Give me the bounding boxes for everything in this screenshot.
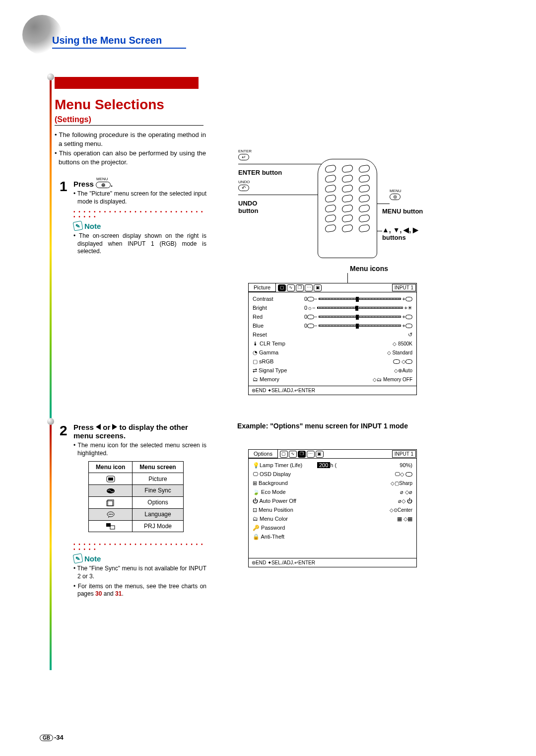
osd-footer: ⊜END ✦SEL./ADJ.↵ENTER	[249, 558, 416, 567]
svg-rect-1	[108, 478, 113, 481]
picture-tab-icon: ▢	[280, 451, 288, 458]
picture-tab-icon: ▢	[278, 284, 286, 291]
menu-key-icon: ⊜	[390, 194, 401, 200]
page-ref: 31	[115, 590, 122, 597]
main-title: Menu Selections	[55, 97, 164, 113]
note-bullet: The on-screen display shown on the right…	[73, 232, 206, 256]
svg-point-8	[112, 514, 113, 515]
prj-tab-icon: ▣	[314, 284, 322, 291]
note-heading: ✎ Note	[73, 221, 206, 230]
subtitle: (Settings)	[55, 115, 203, 126]
menu-button-callout: MENU ⊜	[390, 189, 402, 201]
arrows-label: ▲, ▼, ◀, ▶buttons	[382, 226, 418, 241]
side-gradient	[50, 77, 52, 419]
remote-diagram-area: ENTER ↵ ENTER button UNDO ↶ UNDObutton M…	[233, 149, 447, 268]
osd-tab: Options	[249, 450, 278, 458]
options-tab-icon: ❐	[298, 451, 306, 458]
intro-bullet: The following procedure is the operating…	[55, 131, 206, 148]
enter-key-icon: ↵	[238, 154, 249, 160]
input-indicator: INPUT 1	[392, 450, 416, 458]
example-label: Example: "Options" menu screen for INPUT…	[236, 422, 409, 430]
svg-rect-10	[110, 526, 115, 529]
menu-label: MENU button	[382, 207, 423, 215]
language-icon	[89, 508, 133, 520]
enter-label: ENTER button	[238, 169, 282, 176]
dotted-divider: • • • • • • • • • • • • • • • • • • • • …	[73, 542, 206, 552]
side-gradient	[50, 422, 52, 670]
note-heading: ✎ Note	[73, 554, 206, 563]
menu-icons-label: Menu icons	[350, 265, 388, 273]
step1: Press MENU ⊜ . The "Picture" menu screen…	[73, 180, 206, 256]
picture-icon	[89, 473, 133, 485]
sphere-bullet	[47, 73, 54, 80]
intro-bullet: This operation can also be performed by …	[55, 149, 206, 166]
osd-picture: Picture ▢ ∿ ❐ ⋯ ▣ INPUT 1 Contrast0−+ Br…	[248, 283, 417, 395]
red-bar	[55, 77, 199, 89]
finesync-tab-icon: ∿	[287, 284, 295, 291]
input-indicator: INPUT 1	[392, 284, 416, 291]
menu-icon-table: Menu iconMenu screen Picture Fine Sync O…	[88, 461, 184, 532]
intro-list: The following procedure is the operating…	[55, 131, 206, 167]
dotted-divider: • • • • • • • • • • • • • • • • • • • • …	[73, 209, 206, 219]
options-tab-icon: ❐	[296, 284, 304, 291]
menu-button-icon: MENU ⊜	[96, 182, 111, 188]
note-icon: ✎	[73, 221, 83, 231]
step1-bullet: The "Picture" menu screen for the select…	[73, 190, 206, 206]
section-header: Using the Menu Screen	[52, 35, 186, 49]
step2-bullet: The menu icon for the selected menu scre…	[73, 442, 206, 457]
undo-key-icon: ↶	[238, 185, 249, 191]
finesync-icon	[89, 485, 133, 497]
options-icon	[89, 496, 133, 508]
note-icon: ✎	[73, 553, 83, 564]
undo-label: UNDObutton	[238, 200, 258, 214]
undo-button-callout: UNDO ↶	[238, 180, 250, 192]
sphere-bullet	[47, 418, 54, 425]
press-instruction: Press or to display the other menu scree…	[73, 423, 206, 440]
press-instruction: Press MENU ⊜ .	[73, 180, 206, 188]
language-tab-icon: ⋯	[305, 284, 313, 291]
remote-outline	[318, 159, 377, 258]
page-number: GB-34	[40, 734, 64, 741]
language-tab-icon: ⋯	[307, 451, 315, 458]
svg-point-6	[109, 514, 110, 515]
note-bullet: For items on the menus, see the tree cha…	[73, 583, 206, 598]
osd-tab-icons: ▢ ∿ ❐ ⋯ ▣	[276, 283, 392, 292]
step-number-1: 1	[60, 179, 67, 195]
step-number-2: 2	[60, 423, 67, 439]
note-bullet: The "Fine Sync" menu is not available fo…	[73, 565, 206, 580]
header-curve: Using the Menu Screen	[22, 15, 221, 60]
step2: Press or to display the other menu scree…	[73, 423, 206, 598]
right-arrow-icon	[112, 424, 117, 430]
finesync-tab-icon: ∿	[289, 451, 297, 458]
page-ref: 30	[95, 590, 102, 597]
svg-point-7	[110, 514, 111, 515]
osd-tab: Picture	[249, 283, 276, 292]
osd-tab-icons: ▢ ∿ ❐ ⋯ ▣	[278, 450, 392, 458]
prj-tab-icon: ▣	[316, 451, 324, 458]
enter-button-callout: ENTER ↵	[238, 149, 252, 161]
prjmode-icon	[89, 520, 133, 532]
osd-footer: ⊜END ✦SEL./ADJ.↵ENTER	[249, 386, 416, 395]
left-arrow-icon	[96, 424, 101, 430]
osd-options: Options ▢ ∿ ❐ ⋯ ▣ INPUT 1 💡Lamp Timer (L…	[248, 449, 417, 567]
